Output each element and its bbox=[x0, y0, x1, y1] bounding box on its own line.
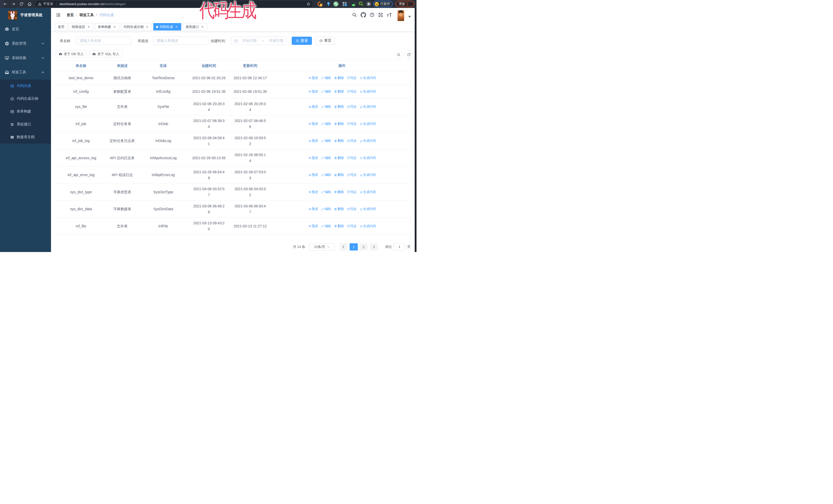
row-action-download[interactable]: 生成代码 bbox=[360, 121, 376, 127]
breadcrumb-item-0[interactable]: 首页 bbox=[67, 13, 74, 18]
tab-close-icon[interactable]: × bbox=[145, 25, 149, 29]
url-bar[interactable]: 不安全 dashboard.yudao.iocoder.cn/tool/code… bbox=[35, 1, 313, 7]
row-action-download[interactable]: 生成代码 bbox=[360, 138, 376, 144]
row-action-download[interactable]: 生成代码 bbox=[360, 189, 376, 195]
browser-home-icon[interactable] bbox=[27, 2, 32, 6]
row-action-sync[interactable]: 同步 bbox=[347, 138, 357, 144]
row-action-edit[interactable]: 编辑 bbox=[321, 75, 331, 81]
row-action-edit[interactable]: 编辑 bbox=[321, 138, 331, 144]
row-action-eye[interactable]: 预览 bbox=[308, 75, 318, 81]
row-action-delete[interactable]: 删除 bbox=[334, 155, 344, 161]
ext-snowflake-icon[interactable] bbox=[366, 1, 372, 7]
next-page-button[interactable] bbox=[370, 243, 378, 250]
db-import-button[interactable]: 基于 DB 导入 bbox=[56, 50, 87, 58]
row-action-eye[interactable]: 预览 bbox=[308, 223, 318, 229]
sidebar-item-0[interactable]: 首页 bbox=[0, 22, 51, 37]
extension-paused-pill[interactable]: 已暂停 bbox=[373, 1, 392, 7]
goto-page-input[interactable]: 1 bbox=[394, 243, 405, 250]
row-action-eye[interactable]: 预览 bbox=[308, 206, 318, 212]
row-action-edit[interactable]: 编辑 bbox=[321, 89, 331, 95]
tab-5[interactable]: 系统接口× bbox=[183, 23, 207, 30]
row-action-sync[interactable]: 同步 bbox=[347, 89, 357, 95]
tab-close-icon[interactable]: × bbox=[113, 25, 116, 29]
page-size-select[interactable]: 10条/页 bbox=[309, 243, 335, 250]
ext-blue-gem-icon[interactable] bbox=[326, 1, 331, 7]
bookmark-star-icon[interactable] bbox=[307, 2, 310, 6]
browser-back-icon[interactable] bbox=[3, 2, 7, 6]
sidebar-subitem-2[interactable]: 表单构建 bbox=[0, 105, 51, 118]
row-action-delete[interactable]: 删除 bbox=[334, 189, 344, 195]
tab-0[interactable]: 首页 bbox=[55, 23, 67, 30]
sidebar-subitem-3[interactable]: 系统接口 bbox=[0, 118, 51, 131]
row-action-sync[interactable]: 同步 bbox=[347, 104, 357, 110]
row-action-edit[interactable]: 编辑 bbox=[321, 223, 331, 229]
row-action-eye[interactable]: 预览 bbox=[308, 189, 318, 195]
row-action-delete[interactable]: 删除 bbox=[334, 89, 344, 95]
ext-squares-icon[interactable] bbox=[342, 1, 347, 7]
user-avatar[interactable] bbox=[398, 10, 404, 21]
row-action-eye[interactable]: 预览 bbox=[308, 138, 318, 144]
tab-close-icon[interactable]: × bbox=[201, 25, 204, 29]
sidebar-item-3[interactable]: 研发工具 bbox=[0, 65, 51, 79]
row-action-edit[interactable]: 编辑 bbox=[321, 172, 331, 178]
prev-page-button[interactable] bbox=[340, 243, 347, 250]
row-action-delete[interactable]: 删除 bbox=[334, 206, 344, 212]
tab-4[interactable]: 代码生成× bbox=[153, 23, 181, 30]
window-scrollbar[interactable] bbox=[415, 8, 416, 252]
row-action-delete[interactable]: 删除 bbox=[334, 75, 344, 81]
reset-button[interactable]: 重置 bbox=[316, 37, 335, 45]
row-action-edit[interactable]: 编辑 bbox=[321, 189, 331, 195]
row-action-eye[interactable]: 预览 bbox=[308, 104, 318, 110]
row-action-delete[interactable]: 删除 bbox=[334, 138, 344, 144]
row-action-download[interactable]: 生成代码 bbox=[360, 206, 376, 212]
row-action-delete[interactable]: 删除 bbox=[334, 223, 344, 229]
row-action-download[interactable]: 生成代码 bbox=[360, 223, 376, 229]
page-2-button[interactable]: 2 bbox=[360, 243, 367, 250]
row-action-delete[interactable]: 删除 bbox=[334, 104, 344, 110]
row-action-sync[interactable]: 同步 bbox=[347, 155, 357, 161]
row-action-download[interactable]: 生成代码 bbox=[360, 75, 376, 81]
browser-reload-icon[interactable] bbox=[19, 2, 24, 6]
row-action-eye[interactable]: 预览 bbox=[308, 121, 318, 127]
row-action-download[interactable]: 生成代码 bbox=[360, 172, 376, 178]
row-action-eye[interactable]: 预览 bbox=[308, 172, 318, 178]
toggle-search-button[interactable] bbox=[394, 50, 403, 59]
sidebar-subitem-1[interactable]: 代码生成示例 bbox=[0, 92, 51, 105]
url-text[interactable]: dashboard.yudao.iocoder.cn/tool/codegen bbox=[60, 2, 126, 6]
browser-forward-icon[interactable] bbox=[11, 2, 16, 6]
sidebar-fold-icon[interactable] bbox=[56, 13, 61, 18]
font-size-icon[interactable] bbox=[386, 12, 392, 18]
row-action-sync[interactable]: 同步 bbox=[347, 121, 357, 127]
user-menu-caret-icon[interactable] bbox=[408, 14, 411, 16]
row-action-edit[interactable]: 编辑 bbox=[321, 121, 331, 127]
sidebar-logo-row[interactable]: 芋道管理系统 bbox=[0, 8, 51, 22]
sidebar-item-1[interactable]: 系统管理 bbox=[0, 37, 51, 51]
row-action-download[interactable]: 生成代码 bbox=[360, 155, 376, 161]
fullscreen-icon[interactable] bbox=[378, 13, 383, 17]
breadcrumb-item-1[interactable]: 研发工具 bbox=[79, 13, 94, 18]
row-action-delete[interactable]: 删除 bbox=[334, 121, 344, 127]
sidebar-item-2[interactable]: 基础设施 bbox=[0, 51, 51, 65]
row-action-edit[interactable]: 编辑 bbox=[321, 206, 331, 212]
row-action-sync[interactable]: 同步 bbox=[347, 75, 357, 81]
row-action-sync[interactable]: 同步 bbox=[347, 206, 357, 212]
row-action-download[interactable]: 生成代码 bbox=[360, 104, 376, 110]
row-action-eye[interactable]: 预览 bbox=[308, 89, 318, 95]
row-action-edit[interactable]: 编辑 bbox=[321, 155, 331, 161]
sidebar-subitem-0[interactable]: 代码生成 bbox=[0, 79, 51, 92]
row-action-sync[interactable]: 同步 bbox=[347, 172, 357, 178]
row-action-delete[interactable]: 删除 bbox=[334, 172, 344, 178]
header-search-icon[interactable] bbox=[352, 13, 357, 18]
row-action-eye[interactable]: 预览 bbox=[308, 155, 318, 161]
tab-2[interactable]: 表单构建× bbox=[95, 23, 119, 30]
github-icon[interactable] bbox=[361, 12, 366, 18]
row-action-sync[interactable]: 同步 bbox=[347, 189, 357, 195]
search-button[interactable]: 搜索 bbox=[292, 37, 312, 45]
help-icon[interactable] bbox=[370, 13, 375, 18]
tab-close-icon[interactable]: × bbox=[87, 25, 91, 29]
tab-3[interactable]: 代码生成示例× bbox=[121, 23, 152, 30]
browser-update-pill[interactable]: 更新 bbox=[396, 1, 414, 7]
ext-on-badge-icon[interactable]: on bbox=[350, 1, 356, 7]
tab-close-icon[interactable]: × bbox=[175, 25, 178, 29]
sql-import-button[interactable]: 基于 SQL 导入 bbox=[89, 50, 122, 58]
